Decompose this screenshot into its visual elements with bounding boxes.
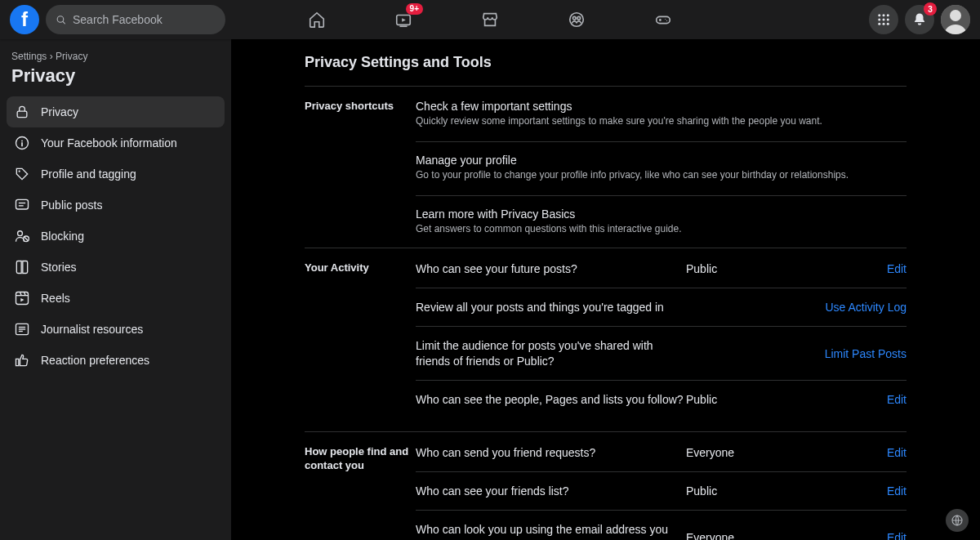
svg-point-19	[878, 23, 880, 25]
setting-action-cell: Edit	[808, 484, 906, 498]
setting-action-link[interactable]: Edit	[887, 393, 906, 406]
setting-action-link[interactable]: Limit Past Posts	[825, 347, 906, 360]
sidebar-item-blocking[interactable]: Blocking	[7, 221, 225, 252]
like-icon	[13, 351, 31, 369]
nav-watch[interactable]: 9+	[385, 0, 421, 39]
sidebar-item-reels[interactable]: Reels	[7, 283, 225, 314]
shortcut-desc: Go to your profile to change your profil…	[416, 169, 906, 181]
svg-rect-33	[16, 292, 29, 305]
setting-label: Who can see your friends list?	[416, 484, 686, 498]
shortcut-item[interactable]: Check a few important settingsQuickly re…	[416, 100, 906, 142]
sidebar-item-label: Reaction preferences	[41, 354, 149, 367]
setting-row: Who can see your future posts?PublicEdit	[416, 261, 906, 288]
svg-point-11	[665, 19, 666, 20]
sidebar-list: PrivacyYour Facebook informationProfile …	[7, 96, 225, 376]
home-icon	[308, 11, 326, 29]
section-privacy-shortcuts: Privacy shortcuts Check a few important …	[305, 86, 906, 248]
watch-badge: 9+	[406, 3, 423, 15]
facebook-logo[interactable]: f	[10, 5, 39, 34]
facebook-logo-letter: f	[21, 8, 28, 31]
chat-bubble[interactable]	[946, 509, 969, 532]
top-bar-left: f	[10, 5, 225, 34]
svg-point-12	[666, 20, 667, 21]
setting-row: Who can look you up using the email addr…	[416, 510, 906, 540]
setting-action-cell: Edit	[808, 531, 906, 541]
post-icon	[13, 196, 31, 214]
shortcut-title: Manage your profile	[416, 154, 906, 167]
svg-rect-8	[657, 16, 670, 23]
sidebar-item-label: Journalist resources	[41, 323, 143, 336]
shortcut-title: Learn more with Privacy Basics	[416, 208, 906, 221]
setting-action-cell: Edit	[808, 262, 906, 275]
sidebar-item-label: Stories	[41, 261, 77, 274]
setting-label: Who can see your future posts?	[416, 261, 686, 276]
svg-point-17	[883, 19, 885, 21]
reels-icon	[13, 289, 31, 307]
svg-point-21	[887, 23, 889, 25]
search-input[interactable]	[73, 13, 216, 26]
svg-point-18	[887, 19, 889, 21]
sidebar-item-your-facebook-information[interactable]: Your Facebook information	[7, 127, 225, 158]
svg-point-13	[878, 14, 880, 16]
nav-groups[interactable]	[559, 0, 595, 39]
setting-action-link[interactable]: Edit	[887, 484, 906, 498]
sidebar-item-public-posts[interactable]: Public posts	[7, 190, 225, 221]
sidebar-item-label: Public posts	[41, 199, 102, 212]
menu-button[interactable]	[869, 5, 898, 34]
sidebar-item-label: Privacy	[41, 105, 78, 118]
sidebar-item-label: Blocking	[41, 230, 84, 243]
setting-row: Who can see the people, Pages and lists …	[416, 380, 906, 418]
top-bar: f 9+ 3	[0, 0, 980, 39]
setting-row: Limit the audience for posts you've shar…	[416, 326, 906, 379]
setting-row: Review all your posts and things you're …	[416, 288, 906, 326]
shortcut-desc: Get answers to common questions with thi…	[416, 223, 906, 234]
account-avatar[interactable]	[941, 5, 970, 34]
setting-value: Public	[686, 393, 808, 406]
notifications-button[interactable]: 3	[905, 5, 934, 34]
sidebar-item-profile-and-tagging[interactable]: Profile and tagging	[7, 158, 225, 190]
svg-point-20	[883, 23, 885, 25]
svg-point-16	[878, 19, 880, 21]
groups-icon	[568, 11, 586, 29]
shortcut-item[interactable]: Learn more with Privacy BasicsGet answer…	[416, 208, 906, 234]
setting-action-cell: Limit Past Posts	[808, 347, 906, 360]
setting-action-link[interactable]: Edit	[887, 262, 906, 275]
svg-point-15	[887, 14, 889, 16]
section-your-activity: Your Activity Who can see your future po…	[305, 248, 906, 431]
setting-action-link[interactable]: Edit	[887, 446, 906, 459]
sidebar-item-stories[interactable]: Stories	[7, 252, 225, 283]
bell-icon	[912, 12, 927, 27]
svg-point-6	[572, 16, 576, 20]
sidebar-title: Privacy	[7, 65, 225, 96]
lock-icon	[13, 103, 31, 121]
sidebar-item-privacy[interactable]: Privacy	[7, 96, 225, 127]
setting-action-link[interactable]: Edit	[887, 531, 906, 541]
gaming-icon	[654, 11, 672, 29]
nav-marketplace[interactable]	[472, 0, 508, 39]
block-icon	[13, 227, 31, 245]
setting-action-cell: Edit	[808, 446, 906, 459]
setting-value: Public	[686, 484, 808, 498]
grid-icon	[876, 12, 891, 27]
nav-gaming[interactable]	[645, 0, 681, 39]
svg-point-7	[577, 16, 581, 20]
sidebar: Settings › Privacy Privacy PrivacyYour F…	[0, 39, 231, 540]
svg-marker-37	[20, 298, 24, 301]
search-field[interactable]	[46, 5, 225, 34]
shortcut-item[interactable]: Manage your profileGo to your profile to…	[416, 154, 906, 196]
search-icon	[56, 13, 66, 26]
setting-label: Who can send you friend requests?	[416, 445, 686, 460]
sidebar-item-reaction-preferences[interactable]: Reaction preferences	[7, 345, 225, 376]
marketplace-icon	[481, 11, 499, 29]
section-contact: How people find and contact you Who can …	[305, 431, 906, 540]
fb-info-icon	[13, 134, 31, 152]
sidebar-item-journalist-resources[interactable]: Journalist resources	[7, 314, 225, 345]
setting-action-link[interactable]: Use Activity Log	[825, 301, 906, 314]
page-title: Privacy Settings and Tools	[305, 54, 906, 71]
notifications-badge: 3	[924, 2, 937, 16]
sidebar-item-label: Your Facebook information	[41, 136, 177, 150]
breadcrumb-parent[interactable]: Settings	[11, 51, 47, 62]
setting-action-cell: Use Activity Log	[808, 301, 906, 314]
nav-home[interactable]	[299, 0, 335, 39]
section-label-activity: Your Activity	[305, 261, 416, 418]
